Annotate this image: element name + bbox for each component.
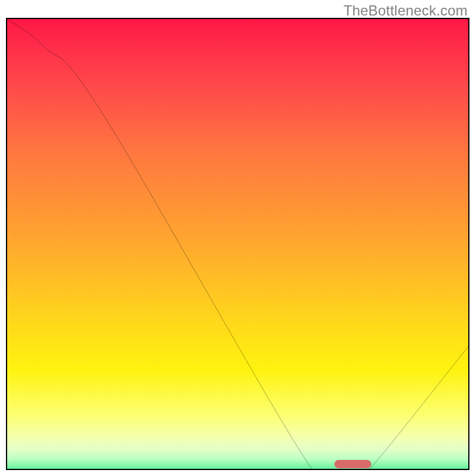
- watermark-text: TheBottleneck.com: [343, 2, 468, 19]
- curve-line: [7, 19, 468, 470]
- chart-frame: [6, 18, 469, 470]
- optimal-marker: [334, 460, 371, 468]
